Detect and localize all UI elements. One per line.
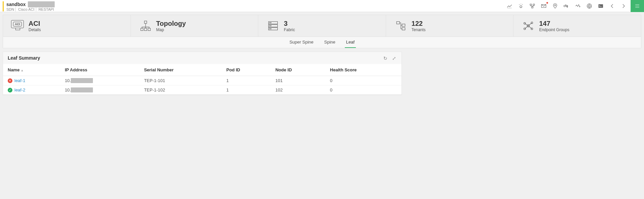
svg-rect-12 — [141, 28, 143, 30]
tenants-icon — [394, 19, 408, 32]
cell-health: 0 — [325, 76, 401, 85]
stat-value: 3 — [284, 20, 295, 27]
link-icon[interactable] — [561, 1, 572, 11]
stat-label: Details — [29, 27, 41, 32]
col-ip[interactable]: IP Address — [60, 64, 139, 76]
stat-aci[interactable]: ACI ACI Details — [3, 15, 131, 37]
cell-pod: 1 — [222, 85, 271, 95]
leaf-link[interactable]: leaf-2 — [14, 87, 25, 92]
svg-rect-11 — [144, 21, 147, 23]
breadcrumb-item[interactable]: RESTAPI — [37, 7, 55, 11]
status-ok-icon: ✓ — [8, 88, 12, 92]
epg-icon — [522, 19, 535, 32]
leaf-table: Name▲ IP Address Serial Number Pod ID No… — [3, 64, 401, 95]
sub-tabs: Super Spine Spine Leaf — [3, 37, 641, 48]
svg-rect-1 — [533, 4, 535, 5]
network-icon[interactable] — [527, 1, 538, 11]
table-header-row: Name▲ IP Address Serial Number Pod ID No… — [3, 64, 401, 76]
panel-actions: ↻ ⤢ — [383, 56, 397, 60]
cell-ip: 10.xxx.xxx.xxx — [60, 85, 139, 95]
table-row: ✕ leaf-1 10.xxx.xxx.xxx TEP-1-101 1 101 … — [3, 76, 401, 85]
svg-point-21 — [271, 25, 271, 26]
svg-point-23 — [271, 28, 271, 29]
menu-button[interactable] — [631, 0, 644, 12]
stat-bar: ACI ACI Details Topology Map 3 Fabric 12… — [3, 15, 641, 37]
col-name[interactable]: Name▲ — [3, 64, 60, 76]
svg-point-22 — [269, 28, 270, 29]
svg-point-18 — [269, 22, 270, 23]
cell-serial: TEP-1-101 — [139, 76, 221, 85]
col-node[interactable]: Node ID — [271, 64, 325, 76]
terminal-icon[interactable] — [595, 1, 606, 11]
stat-value: Topology — [156, 20, 186, 27]
svg-rect-26 — [402, 27, 405, 30]
cell-node: 102 — [271, 85, 325, 95]
cell-pod: 1 — [222, 76, 271, 85]
stat-label: Map — [156, 27, 186, 32]
svg-rect-14 — [148, 28, 150, 30]
svg-rect-13 — [144, 28, 147, 30]
monitor-icon: ACI — [11, 19, 24, 32]
stat-label: Fabric — [284, 27, 295, 32]
col-health[interactable]: Health Score — [325, 64, 401, 76]
mail-icon[interactable] — [538, 1, 549, 11]
svg-point-20 — [269, 25, 270, 26]
cell-node: 101 — [271, 76, 325, 85]
tab-spine[interactable]: Spine — [323, 37, 337, 48]
stat-epg[interactable]: 147 Endpoint Groups — [514, 15, 641, 37]
location-icon[interactable] — [549, 1, 561, 11]
status-error-icon: ✕ — [8, 78, 12, 83]
panel-header: Leaf Summary ↻ ⤢ — [3, 52, 401, 64]
next-icon[interactable] — [618, 1, 629, 11]
breadcrumb-item[interactable]: SDN — [6, 7, 16, 11]
fabric-icon — [266, 19, 280, 32]
svg-rect-25 — [402, 24, 405, 26]
prev-icon[interactable] — [606, 1, 618, 11]
app-header: sandbox xxxxxxxxxx SDN Cisco ACI RESTAPI — [0, 0, 644, 12]
cell-ip: 10.xxx.xxx.xxx — [60, 76, 139, 85]
tab-leaf[interactable]: Leaf — [345, 37, 356, 48]
stat-topology[interactable]: Topology Map — [131, 15, 259, 37]
svg-rect-2 — [532, 7, 533, 8]
leaf-summary-panel: Leaf Summary ↻ ⤢ Name▲ IP Address Serial… — [3, 52, 402, 95]
col-serial[interactable]: Serial Number — [139, 64, 221, 76]
topology-icon — [139, 19, 152, 32]
svg-rect-6 — [598, 4, 603, 8]
breadcrumb: SDN Cisco ACI RESTAPI — [6, 7, 55, 11]
cell-health: 0 — [325, 85, 401, 95]
stat-tenants[interactable]: 122 Tenants — [386, 15, 514, 37]
expand-icon[interactable]: ⤢ — [392, 56, 397, 60]
activity-icon[interactable] — [572, 1, 584, 11]
stat-value: ACI — [29, 20, 41, 27]
header-toolbar — [504, 1, 644, 10]
col-pod[interactable]: Pod ID — [222, 64, 271, 76]
breadcrumb-item[interactable]: Cisco ACI — [17, 7, 36, 11]
tab-super-spine[interactable]: Super Spine — [288, 37, 315, 48]
svg-rect-0 — [530, 4, 532, 5]
chart-icon[interactable] — [504, 1, 515, 11]
svg-point-4 — [554, 4, 556, 6]
leaf-link[interactable]: leaf-1 — [14, 78, 25, 83]
svg-point-19 — [271, 22, 271, 23]
stat-value: 147 — [539, 20, 569, 27]
stat-fabric[interactable]: 3 Fabric — [258, 15, 386, 37]
cell-serial: TEP-1-102 — [139, 85, 221, 95]
refresh-icon[interactable]: ↻ — [383, 56, 388, 60]
globe-icon[interactable] — [584, 1, 595, 11]
header-left: sandbox xxxxxxxxxx SDN Cisco ACI RESTAPI — [3, 1, 55, 11]
table-row: ✓ leaf-2 10.xxx.xxx.xxx TEP-1-102 1 102 … — [3, 85, 401, 95]
stat-label: Endpoint Groups — [539, 27, 569, 32]
stat-value: 122 — [412, 20, 426, 27]
redacted-title-part: xxxxxxxxxx — [28, 1, 55, 7]
panel-title: Leaf Summary — [8, 55, 40, 61]
svg-rect-24 — [396, 21, 399, 24]
page-title: sandbox — [6, 2, 26, 7]
stat-label: Tenants — [412, 27, 426, 32]
alert-icon[interactable] — [515, 1, 527, 11]
